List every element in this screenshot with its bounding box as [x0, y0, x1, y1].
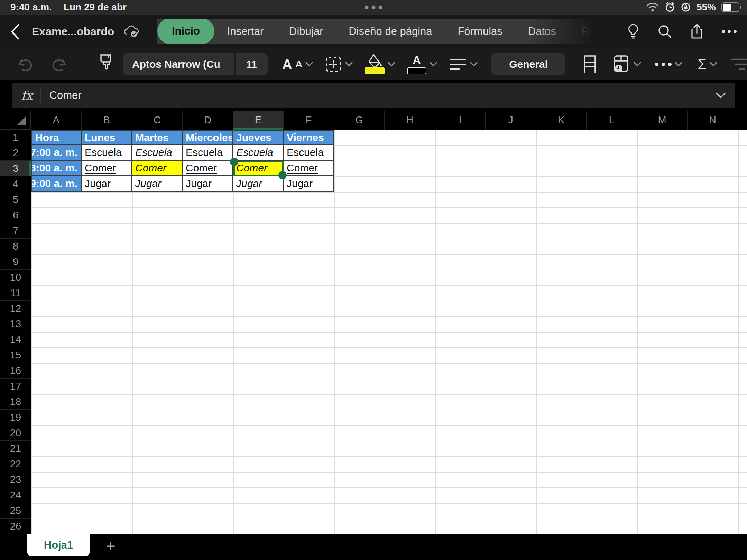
share-icon[interactable] — [690, 24, 704, 39]
row-header-16[interactable]: 16 — [0, 363, 31, 379]
multitasking-indicator-icon[interactable] — [365, 6, 382, 9]
cell-F4[interactable]: Jugar — [284, 176, 334, 192]
row-header-7[interactable]: 7 — [0, 223, 31, 239]
row-header-19[interactable]: 19 — [0, 410, 31, 425]
add-sheet-button[interactable]: + — [100, 535, 122, 557]
fill-color-button[interactable] — [365, 54, 395, 74]
column-header-M[interactable]: M — [637, 111, 688, 130]
ribbon-tab-dibujar[interactable]: Dibujar — [276, 19, 336, 44]
row-header-5[interactable]: 5 — [0, 192, 31, 207]
select-all-corner[interactable] — [0, 111, 31, 130]
cell-C1[interactable]: Martes — [132, 130, 183, 145]
row-header-22[interactable]: 22 — [0, 456, 31, 472]
row-header-25[interactable]: 25 — [0, 503, 31, 519]
column-header-I[interactable]: I — [435, 111, 486, 130]
number-format-button[interactable]: General — [491, 53, 565, 75]
more-formatting-button[interactable] — [655, 62, 682, 67]
ribbon-tab-inicio[interactable]: Inicio — [157, 19, 214, 44]
column-header-K[interactable]: K — [536, 111, 587, 130]
cell-A1[interactable]: Hora — [31, 130, 82, 145]
column-header-N[interactable]: N — [688, 111, 738, 130]
sheet-tab-hoja1[interactable]: Hoja1 — [27, 534, 90, 556]
row-header-18[interactable]: 18 — [0, 394, 31, 410]
cell-D4[interactable]: Jugar — [183, 176, 233, 192]
column-header-partial[interactable] — [738, 111, 747, 130]
cell-F1[interactable]: Viernes — [284, 130, 334, 145]
cell-styles-icon[interactable] — [582, 55, 598, 74]
row-header-24[interactable]: 24 — [0, 487, 31, 503]
column-header-J[interactable]: J — [486, 111, 536, 130]
row-header-17[interactable]: 17 — [0, 379, 31, 394]
table-format-button[interactable] — [612, 55, 641, 74]
cell-C3[interactable]: Comer — [132, 161, 183, 176]
document-title[interactable]: Exame...obardo — [32, 25, 114, 38]
font-format-button[interactable]: A A — [282, 57, 313, 71]
column-header-D[interactable]: D — [183, 111, 233, 130]
borders-button[interactable] — [325, 56, 353, 73]
ribbon-tab-diseño-de-página[interactable]: Diseño de página — [336, 19, 445, 44]
row-header-23[interactable]: 23 — [0, 472, 31, 487]
redo-icon[interactable] — [50, 55, 68, 73]
row-header-1[interactable]: 1 — [0, 130, 31, 145]
selection-handle-top-left[interactable] — [230, 158, 238, 166]
cell-D1[interactable]: Miercoles — [183, 130, 233, 145]
row-header-10[interactable]: 10 — [0, 270, 31, 285]
cell-A4[interactable]: 9:00 a. m. — [31, 176, 82, 192]
cell-B4[interactable]: Jugar — [82, 176, 132, 192]
cell-E1[interactable]: Jueves — [233, 130, 284, 145]
cell-E2[interactable]: Escuela — [233, 145, 284, 161]
cell-A3[interactable]: 3:00 a. m. — [31, 161, 82, 176]
cell-D3[interactable]: Comer — [183, 161, 233, 176]
undo-icon[interactable] — [17, 55, 35, 73]
row-header-6[interactable]: 6 — [0, 207, 31, 223]
row-header-21[interactable]: 21 — [0, 441, 31, 456]
column-header-A[interactable]: A — [31, 111, 82, 130]
column-header-F[interactable]: F — [284, 111, 334, 130]
row-header-14[interactable]: 14 — [0, 332, 31, 347]
row-header-2[interactable]: 2 — [0, 145, 31, 161]
more-menu-icon[interactable] — [722, 30, 737, 33]
column-header-B[interactable]: B — [82, 111, 132, 130]
selection-border[interactable] — [233, 161, 284, 176]
ribbon-tab-fórmulas[interactable]: Fórmulas — [445, 19, 515, 44]
selection-handle-bottom-right[interactable] — [278, 171, 287, 179]
format-painter-icon[interactable] — [98, 54, 113, 75]
column-header-L[interactable]: L — [587, 111, 637, 130]
column-header-G[interactable]: G — [334, 111, 385, 130]
ribbon-tab-insertar[interactable]: Insertar — [214, 19, 276, 44]
formula-bar-value[interactable]: Comer — [49, 89, 716, 102]
font-size-button[interactable]: 11 — [236, 53, 268, 75]
back-chevron-icon[interactable] — [10, 24, 20, 40]
column-header-C[interactable]: C — [132, 111, 183, 130]
row-header-15[interactable]: 15 — [0, 347, 31, 363]
row-header-12[interactable]: 12 — [0, 301, 31, 316]
cell-E4[interactable]: Jugar — [233, 176, 284, 192]
alignment-button[interactable] — [449, 57, 478, 71]
cell-C4[interactable]: Jugar — [132, 176, 183, 192]
row-header-3[interactable]: 3 — [0, 161, 31, 176]
cell-F3[interactable]: Comer — [284, 161, 334, 176]
row-header-4[interactable]: 4 — [0, 176, 31, 192]
row-header-20[interactable]: 20 — [0, 425, 31, 441]
autosum-button[interactable]: Σ — [698, 56, 717, 73]
row-header-13[interactable]: 13 — [0, 316, 31, 332]
formula-bar[interactable]: fx Comer — [12, 83, 735, 108]
cell-B2[interactable]: Escuela — [82, 145, 132, 161]
cell-B1[interactable]: Lunes — [82, 130, 132, 145]
search-icon[interactable] — [657, 24, 672, 39]
cell-F2[interactable]: Escuela — [284, 145, 334, 161]
font-color-button[interactable]: A — [407, 54, 437, 74]
row-header-11[interactable]: 11 — [0, 285, 31, 301]
row-header-8[interactable]: 8 — [0, 239, 31, 254]
column-header-H[interactable]: H — [385, 111, 435, 130]
cell-D2[interactable]: Escuela — [183, 145, 233, 161]
cell-A2[interactable]: 7:00 a. m. — [31, 145, 82, 161]
font-name-button[interactable]: Aptos Narrow (Cu — [123, 53, 234, 75]
row-header-9[interactable]: 9 — [0, 254, 31, 270]
cell-C2[interactable]: Escuela — [132, 145, 183, 161]
cell-B3[interactable]: Comer — [82, 161, 132, 176]
sort-filter-icon[interactable] — [730, 57, 747, 72]
formula-bar-expand-icon[interactable] — [716, 92, 726, 99]
column-header-E[interactable]: E — [233, 111, 284, 130]
lightbulb-icon[interactable] — [627, 24, 639, 39]
